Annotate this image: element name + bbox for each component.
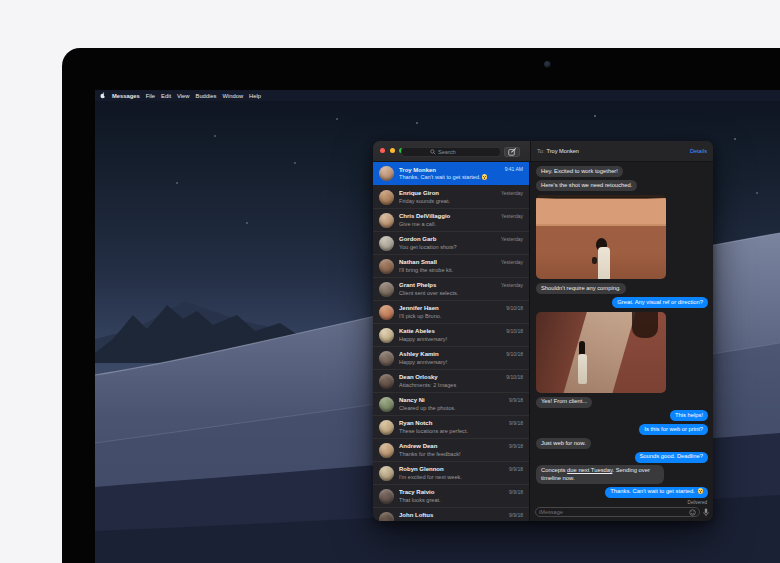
menu-item-messages[interactable]: Messages (112, 93, 140, 99)
conversation-preview: Cleared up the photos. (399, 405, 523, 412)
microphone-icon (703, 508, 709, 517)
message-input[interactable] (539, 509, 689, 515)
avatar (379, 420, 394, 435)
search-input[interactable] (438, 149, 472, 155)
conversation-name: Katie Abeles (399, 328, 523, 336)
avatar (379, 466, 394, 481)
avatar (379, 259, 394, 274)
received-message: Concepts due next Tuesday. Sending over … (536, 465, 664, 483)
menu-bar: MessagesFileEditViewBuddiesWindowHelp (95, 90, 780, 101)
attachment-retouch-shot[interactable] (536, 195, 666, 279)
avatar (379, 236, 394, 251)
dictation-button[interactable] (703, 508, 709, 517)
menu-item-view[interactable]: View (177, 93, 189, 99)
attachment-reference-shot[interactable] (536, 312, 666, 393)
conversation-row[interactable]: Chris DelVillaggio Give me a call. Yeste… (373, 208, 529, 231)
conversation-preview: Happy anniversary! (399, 359, 523, 366)
menu-item-edit[interactable]: Edit (161, 93, 171, 99)
imac-bezel: MessagesFileEditViewBuddiesWindowHelp (62, 48, 780, 563)
conversation-row[interactable]: Nathan Small I'll bring the strobe kit. … (373, 254, 529, 277)
conversation-time: 9/9/18 (509, 466, 523, 472)
conversation-name: Ashley Kamin (399, 351, 523, 359)
conversation-name: Dean Orlosky (399, 374, 523, 382)
avatar (379, 328, 394, 343)
conversation-time: Yesterday (501, 190, 523, 196)
conversation-name: Jennifer Haen (399, 305, 523, 313)
close-button[interactable] (380, 148, 385, 153)
window-body: Troy Monken Thanks. Can't wait to get st… (373, 162, 713, 521)
recipient-name: Troy Monken (546, 148, 578, 154)
conversation-name: John Loftus (399, 512, 523, 520)
conversation-row[interactable]: John Loftus Attachments: 1 Image 9/9/18 (373, 507, 529, 521)
compose-button[interactable] (504, 147, 520, 157)
chat-header: To: Troy Monken Details (530, 141, 713, 161)
conversation-preview: That looks great. (399, 497, 523, 504)
conversation-time: 9/10/18 (506, 328, 523, 334)
conversation-time: 9:41 AM (505, 166, 523, 172)
conversation-row[interactable]: Robyn Glennon I'm excited for next week.… (373, 461, 529, 484)
conversation-row[interactable]: Grant Phelps Client sent over selects. Y… (373, 277, 529, 300)
desktop: MessagesFileEditViewBuddiesWindowHelp (0, 0, 780, 563)
menu-item-buddies[interactable]: Buddies (196, 93, 217, 99)
conversation-row[interactable]: Ashley Kamin Happy anniversary! 9/10/18 (373, 346, 529, 369)
conversation-preview: These locations are perfect. (399, 428, 523, 435)
conversation-row[interactable]: Enrique Giron Friday sounds great. Yeste… (373, 185, 529, 208)
conversation-time: 9/9/18 (509, 397, 523, 403)
message-input-pill[interactable] (535, 507, 700, 517)
sent-message: Is this for web or print? (639, 424, 708, 435)
sent-message: Sounds good. Deadline? (635, 452, 709, 463)
messages-window: To: Troy Monken Details Troy Monken Than… (373, 141, 713, 521)
conversation-row[interactable]: Katie Abeles Happy anniversary! 9/10/18 (373, 323, 529, 346)
sent-message: This helps! (670, 410, 708, 421)
conversation-preview: You get location shots? (399, 244, 523, 251)
conversation-time: 9/9/18 (509, 489, 523, 495)
message-list: Hey. Excited to work together!Here's the… (530, 162, 713, 505)
conversation-name: Nancy Ni (399, 397, 523, 405)
avatar (379, 512, 394, 522)
chat-pane: Hey. Excited to work together!Here's the… (530, 162, 713, 521)
conversation-list: Troy Monken Thanks. Can't wait to get st… (373, 162, 530, 521)
received-message: Hey. Excited to work together! (536, 166, 623, 177)
conversation-row[interactable]: Andrew Dean Thanks for the feedback! 9/9… (373, 438, 529, 461)
received-message: Just web for now. (536, 438, 591, 449)
conversation-name: Ryan Notch (399, 420, 523, 428)
details-link[interactable]: Details (690, 148, 707, 154)
conversation-preview: Give me a call. (399, 221, 523, 228)
emoji-picker-icon[interactable] (689, 509, 696, 516)
conversation-row[interactable]: Dean Orlosky Attachments: 2 Images 9/10/… (373, 369, 529, 392)
conversation-time: 9/10/18 (506, 305, 523, 311)
conversation-preview: Thanks. Can't wait to get started. (399, 174, 523, 181)
conversation-time: 9/10/18 (506, 351, 523, 357)
conversation-time: Yesterday (501, 213, 523, 219)
apple-icon[interactable] (100, 92, 106, 99)
window-titlebar[interactable]: To: Troy Monken Details (373, 141, 713, 162)
sent-message: Great. Any visual ref or direction? (612, 297, 708, 308)
search-field[interactable] (401, 147, 501, 157)
conversation-row[interactable]: Ryan Notch These locations are perfect. … (373, 415, 529, 438)
conversation-row[interactable]: Troy Monken Thanks. Can't wait to get st… (373, 162, 529, 185)
conversation-row[interactable]: Nancy Ni Cleared up the photos. 9/9/18 (373, 392, 529, 415)
avatar (379, 305, 394, 320)
menu-item-help[interactable]: Help (249, 93, 261, 99)
conversation-row[interactable]: Tracy Raivio That looks great. 9/9/18 (373, 484, 529, 507)
search-icon (430, 149, 436, 155)
smile-emoji (698, 488, 704, 494)
conversation-row[interactable]: Jennifer Haen I'll pick up Bruno. 9/10/1… (373, 300, 529, 323)
conversation-time: Yesterday (501, 259, 523, 265)
received-message: Here's the shot we need retouched. (536, 180, 637, 191)
avatar (379, 166, 394, 181)
menu-item-window[interactable]: Window (222, 93, 243, 99)
conversation-time: Yesterday (501, 282, 523, 288)
avatar (379, 374, 394, 389)
imac-camera (544, 61, 551, 68)
conversation-row[interactable]: Gordon Garb You get location shots? Yest… (373, 231, 529, 254)
menu-item-file[interactable]: File (146, 93, 155, 99)
compose-icon (508, 148, 517, 156)
minimize-button[interactable] (390, 148, 395, 153)
conversation-preview: Thanks for the feedback! (399, 451, 523, 458)
avatar (379, 282, 394, 297)
avatar (379, 213, 394, 228)
conversation-time: 9/9/18 (509, 512, 523, 518)
conversation-preview: I'm excited for next week. (399, 474, 523, 481)
message-input-bar (530, 504, 713, 521)
